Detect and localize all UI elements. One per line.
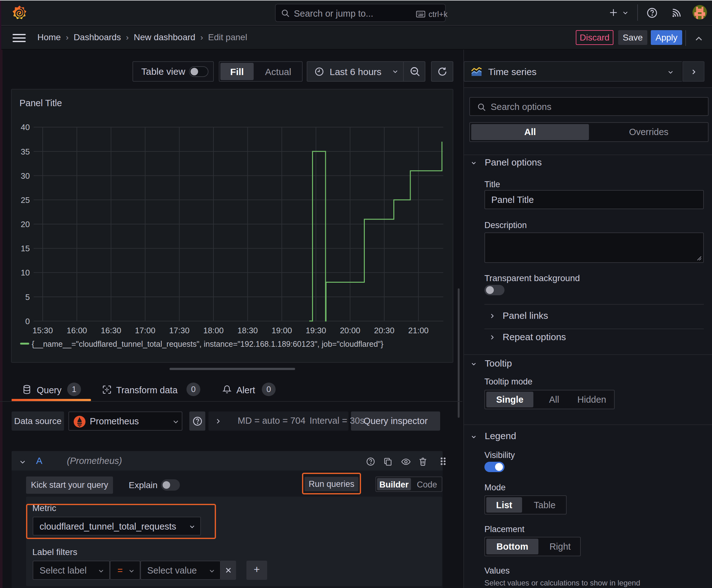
svg-text:18:00: 18:00 bbox=[203, 326, 223, 335]
svg-text:19:30: 19:30 bbox=[306, 326, 326, 335]
svg-text:25: 25 bbox=[21, 195, 30, 205]
svg-text:19:00: 19:00 bbox=[272, 326, 292, 335]
svg-text:15: 15 bbox=[21, 244, 30, 253]
svg-text:17:30: 17:30 bbox=[169, 326, 190, 335]
svg-text:17:00: 17:00 bbox=[135, 326, 155, 335]
svg-text:0: 0 bbox=[25, 317, 30, 326]
svg-text:10: 10 bbox=[21, 268, 30, 277]
svg-text:{__name__="cloudflared_tunnel_: {__name__="cloudflared_tunnel_total_requ… bbox=[32, 339, 383, 348]
svg-text:20: 20 bbox=[21, 219, 30, 229]
svg-text:16:00: 16:00 bbox=[67, 326, 87, 335]
svg-text:40: 40 bbox=[21, 123, 30, 132]
svg-text:15:30: 15:30 bbox=[33, 326, 53, 335]
svg-text:20:00: 20:00 bbox=[340, 326, 360, 335]
svg-text:35: 35 bbox=[21, 147, 30, 156]
svg-text:18:30: 18:30 bbox=[237, 326, 258, 335]
svg-text:5: 5 bbox=[25, 292, 30, 302]
svg-text:16:30: 16:30 bbox=[101, 326, 121, 335]
svg-text:20:30: 20:30 bbox=[374, 326, 394, 335]
svg-text:21:00: 21:00 bbox=[408, 326, 429, 335]
svg-text:30: 30 bbox=[21, 171, 30, 181]
